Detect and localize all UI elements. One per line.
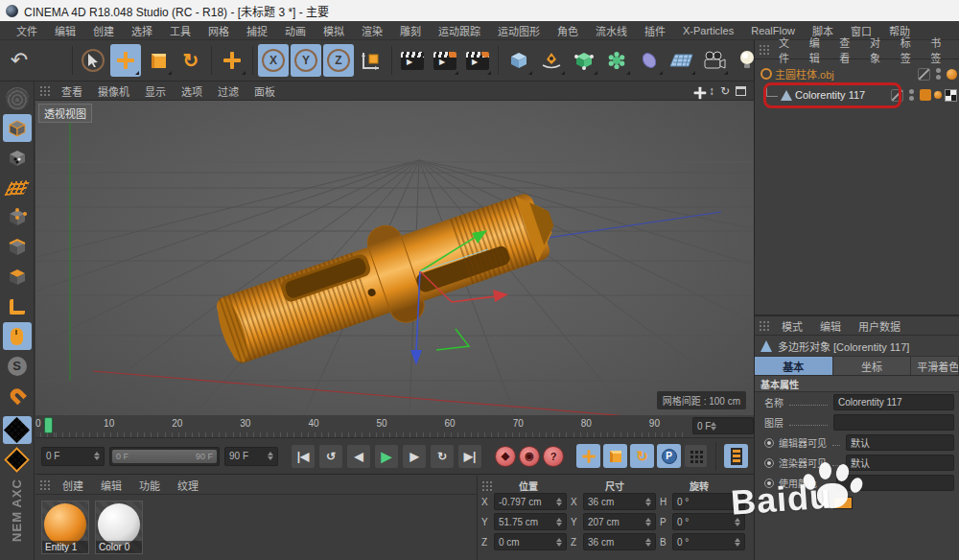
viewport-menu-grip[interactable] <box>39 85 50 96</box>
current-frame-field[interactable]: 0 F <box>692 417 754 434</box>
menu-item[interactable]: 捕捉 <box>238 21 276 40</box>
attributes-menu-item[interactable]: 编辑 <box>811 316 850 336</box>
menu-item[interactable]: 网格 <box>199 21 238 40</box>
menu-item[interactable]: 文件 <box>8 21 46 40</box>
viewport-solo-button[interactable] <box>3 322 32 350</box>
menu-item[interactable]: 创建 <box>84 21 123 40</box>
menu-item[interactable]: 运动图形 <box>489 21 549 40</box>
render-visible-radio[interactable] <box>764 458 774 468</box>
layer-input[interactable] <box>833 414 954 431</box>
move-tool-button[interactable] <box>110 44 141 77</box>
render-settings-button[interactable] <box>462 44 493 77</box>
uv-mesh-button[interactable] <box>3 416 32 444</box>
edges-mode-button[interactable] <box>3 233 32 261</box>
viewport-menu-item[interactable]: 查看 <box>54 82 90 101</box>
snap-button[interactable] <box>3 382 32 409</box>
playback-button[interactable]: ▶ <box>402 444 427 469</box>
visibility-dots[interactable] <box>936 68 941 80</box>
end-frame-field[interactable]: 90 F <box>224 447 278 466</box>
size-field[interactable]: 36 cm <box>583 533 656 550</box>
lock-x-button[interactable]: X <box>258 44 289 77</box>
display-color-swatch[interactable] <box>833 497 853 509</box>
record-button[interactable]: ? <box>543 446 564 467</box>
object-menu-item[interactable]: 编辑 <box>804 33 834 67</box>
menu-item[interactable]: 渲染 <box>353 21 391 40</box>
texture-tag-icon[interactable] <box>920 89 931 101</box>
start-frame-field[interactable]: 0 F <box>41 447 105 466</box>
viewport-menu-item[interactable]: 过滤 <box>210 82 246 101</box>
coordinate-system-button[interactable] <box>356 44 386 77</box>
menu-item[interactable]: 编辑 <box>46 21 84 40</box>
tab-coordinates[interactable]: 坐标 <box>833 357 912 375</box>
size-field[interactable]: 207 cm <box>583 513 656 530</box>
materials-menu-item[interactable]: 功能 <box>130 476 169 495</box>
use-color-radio[interactable] <box>764 478 774 488</box>
render-visible-dropdown[interactable]: 默认 <box>846 455 954 471</box>
viewport-canvas[interactable]: 透视视图 网格间距 : 100 cm <box>35 101 754 415</box>
position-field[interactable]: 0 cm <box>494 533 567 550</box>
layer-box-icon[interactable] <box>891 89 903 102</box>
playback-button[interactable]: ↺ <box>318 444 343 469</box>
materials-menu-item[interactable]: 编辑 <box>92 476 130 495</box>
playback-button[interactable]: |◀ <box>291 444 316 469</box>
viewport-menu-item[interactable]: 面板 <box>246 82 283 101</box>
editor-visible-radio[interactable] <box>764 438 774 448</box>
menu-item[interactable]: X-Particles <box>674 23 742 38</box>
add-primitive-button[interactable] <box>503 44 534 77</box>
key-parameter-toggle[interactable]: P <box>657 444 681 468</box>
material-thumbnail[interactable]: Entity 1 <box>41 501 89 554</box>
menu-item[interactable]: 模拟 <box>315 21 353 40</box>
add-spline-button[interactable] <box>536 44 567 77</box>
add-generator-button[interactable] <box>569 44 599 77</box>
view-label[interactable]: 透视视图 <box>38 104 92 123</box>
redo-button[interactable] <box>36 44 67 77</box>
object-menu-item[interactable]: 文件 <box>773 33 804 67</box>
menu-item[interactable]: 运动跟踪 <box>430 21 489 40</box>
add-floor-button[interactable] <box>667 44 697 77</box>
object-menu-item[interactable]: 书签 <box>924 33 955 67</box>
menu-item[interactable]: 选择 <box>123 21 161 40</box>
menu-item[interactable]: 角色 <box>549 21 587 40</box>
record-button[interactable]: ◉ <box>519 446 540 467</box>
position-field[interactable]: 51.75 cm <box>494 513 567 530</box>
live-selection-button[interactable] <box>78 44 108 77</box>
render-view-button[interactable] <box>397 44 428 77</box>
layer-box-icon[interactable] <box>918 68 930 81</box>
rotate-tool-button[interactable]: ↻ <box>175 44 206 77</box>
materials-menu-grip[interactable] <box>39 479 50 490</box>
add-camera-button[interactable] <box>699 44 730 77</box>
object-row-selected[interactable]: Colorentity 117 <box>757 84 957 105</box>
record-button[interactable]: ◆ <box>495 446 516 467</box>
use-color-dropdown[interactable] <box>836 475 954 491</box>
points-mode-button[interactable] <box>3 203 32 231</box>
object-menu-item[interactable]: 标签 <box>895 33 925 67</box>
material-thumbnail[interactable]: Color 0 <box>95 501 143 554</box>
tab-basic[interactable]: 基本 <box>755 357 833 375</box>
material-tag-icon[interactable] <box>947 69 957 80</box>
enable-axis-button[interactable] <box>3 292 32 320</box>
key-pla-toggle[interactable] <box>684 444 708 468</box>
menu-item[interactable]: 雕刻 <box>391 21 430 40</box>
rotation-field[interactable]: 0 ° <box>672 513 745 530</box>
object-manager-grip[interactable] <box>759 44 769 55</box>
key-scale-toggle[interactable] <box>603 444 627 468</box>
snap-settings-button[interactable]: S <box>3 352 32 380</box>
viewport-menu-item[interactable]: 摄像机 <box>90 82 137 101</box>
menu-item[interactable]: 工具 <box>161 21 199 40</box>
key-position-toggle[interactable] <box>576 444 600 468</box>
playback-button[interactable]: ↻ <box>430 444 455 469</box>
selection-tag-icon[interactable] <box>934 91 942 99</box>
scale-tool-button[interactable] <box>143 44 174 77</box>
rotate-view-icon[interactable]: ↻ <box>720 84 730 98</box>
object-menu-item[interactable]: 查看 <box>833 33 864 67</box>
size-field[interactable]: 36 cm <box>583 493 656 510</box>
tab-phong[interactable]: 平滑着色 <box>911 357 959 375</box>
render-region-button[interactable] <box>430 44 460 77</box>
menu-item[interactable]: 插件 <box>636 21 674 40</box>
frame-stepper[interactable] <box>711 422 716 431</box>
zoom-view-icon[interactable]: ↕ <box>709 84 714 98</box>
menu-item[interactable]: 流水线 <box>587 21 636 40</box>
position-field[interactable]: -0.797 cm <box>494 493 567 510</box>
texture-mode-button[interactable] <box>3 174 32 201</box>
add-environment-button[interactable] <box>634 44 665 77</box>
